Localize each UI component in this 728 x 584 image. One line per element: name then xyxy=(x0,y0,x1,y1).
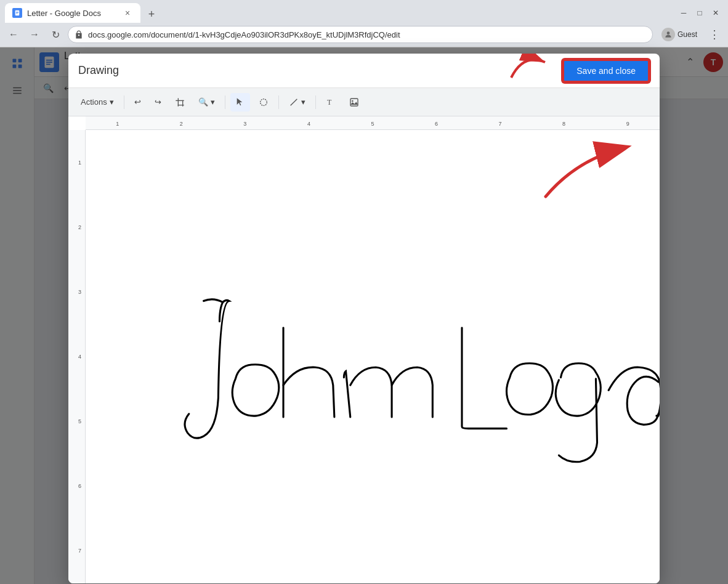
close-button[interactable]: ✕ xyxy=(708,6,723,20)
drawing-toolbar: Actions ▾ ↩ ↪ 🔍 ▾ xyxy=(68,88,660,116)
address-bar[interactable]: docs.google.com/document/d/1-kvH3gCdjeAo… xyxy=(68,26,653,43)
svg-rect-22 xyxy=(350,99,358,106)
browser-chrome: Letter - Google Docs × + ─ □ ✕ ← → ↻ doc… xyxy=(0,0,728,47)
drawing-undo-button[interactable]: ↩ xyxy=(129,93,146,112)
tab-favicon xyxy=(12,8,22,18)
red-arrow-annotation xyxy=(493,54,554,84)
drawing-canvas-area: 1 2 3 4 5 6 7 8 9 xyxy=(68,116,660,583)
tab-title: Letter - Google Docs xyxy=(27,9,117,18)
profile-label: Guest xyxy=(677,30,697,39)
svg-rect-0 xyxy=(15,10,20,15)
forward-button[interactable]: → xyxy=(26,26,43,43)
svg-point-4 xyxy=(667,31,670,34)
lock-icon xyxy=(75,30,83,39)
drawing-crop-button[interactable] xyxy=(170,93,190,112)
profile-button[interactable]: Guest xyxy=(657,26,702,43)
svg-text:T: T xyxy=(327,98,332,107)
minimize-button[interactable]: ─ xyxy=(676,6,691,20)
ruler-left: 1 2 3 4 5 6 7 xyxy=(68,130,86,583)
svg-rect-3 xyxy=(16,13,18,14)
drawing-redo-button[interactable]: ↪ xyxy=(150,93,166,112)
drawing-select-button[interactable] xyxy=(230,93,250,112)
refresh-button[interactable]: ↻ xyxy=(47,26,64,43)
browser-menu-button[interactable]: ⋮ xyxy=(706,26,723,43)
signature-drawing xyxy=(86,130,660,577)
modal-actions: Save and close xyxy=(562,59,650,83)
save-and-close-button[interactable]: Save and close xyxy=(562,59,650,83)
address-bar-row: ← → ↻ docs.google.com/document/d/1-kvH3g… xyxy=(0,22,728,47)
app-area: Letter File Edit ⌃ T 🔍 ↩ ↪ xyxy=(0,47,728,584)
drawing-text-button[interactable]: T xyxy=(321,93,341,112)
svg-line-20 xyxy=(290,99,297,105)
maximize-button[interactable]: □ xyxy=(692,6,707,20)
url-text: docs.google.com/document/d/1-kvH3gCdjeAo… xyxy=(88,30,646,39)
svg-point-23 xyxy=(352,100,354,102)
svg-rect-2 xyxy=(16,12,18,13)
title-bar: Letter - Google Docs × + ─ □ ✕ xyxy=(0,0,728,22)
drawing-image-button[interactable] xyxy=(344,93,364,112)
modal-overlay: Drawing Save and close xyxy=(0,47,728,584)
modal-title: Drawing xyxy=(78,64,119,77)
modal-header: Drawing Save and close xyxy=(68,54,660,88)
drawing-lasso-button[interactable] xyxy=(254,93,273,112)
profile-icon xyxy=(661,28,675,41)
drawing-toolbar-sep-3 xyxy=(278,95,279,109)
tabs-bar: Letter - Google Docs × + xyxy=(5,3,160,23)
drawing-toolbar-sep-4 xyxy=(315,95,316,109)
svg-rect-1 xyxy=(16,12,18,12)
drawing-zoom-button[interactable]: 🔍 ▾ xyxy=(193,93,220,112)
back-button[interactable]: ← xyxy=(5,26,22,43)
drawing-line-button[interactable]: ▾ xyxy=(284,93,310,112)
drawing-toolbar-sep-1 xyxy=(124,95,124,109)
active-tab[interactable]: Letter - Google Docs × xyxy=(5,3,140,23)
drawing-toolbar-sep-2 xyxy=(225,95,225,109)
actions-menu-button[interactable]: Actions ▾ xyxy=(76,93,119,112)
new-tab-button[interactable]: + xyxy=(143,6,160,23)
svg-point-19 xyxy=(260,99,267,105)
tab-close-button[interactable]: × xyxy=(122,7,133,18)
ruler-top: 1 2 3 4 5 6 7 8 9 xyxy=(86,116,660,130)
drawing-modal: Drawing Save and close xyxy=(68,54,660,583)
